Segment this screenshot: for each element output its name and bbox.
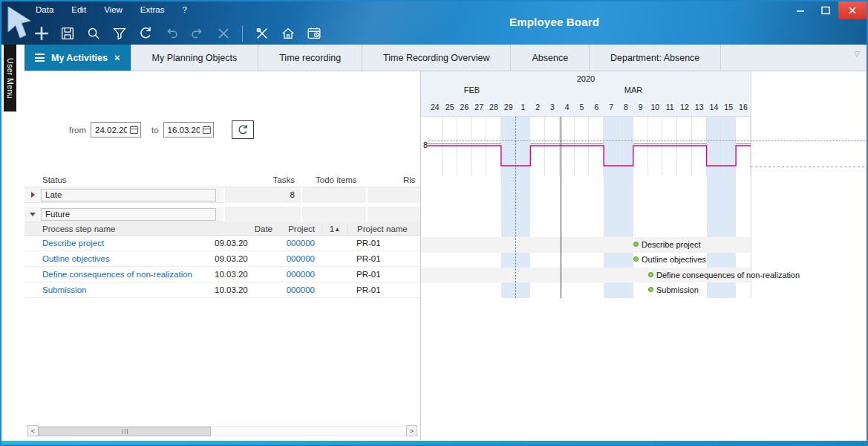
user-menu-tab[interactable]: User Menu	[4, 45, 16, 112]
refresh-icon[interactable]	[135, 23, 155, 43]
table-row[interactable]: Define consequences of non-realization 1…	[25, 267, 420, 282]
tab-my-activities[interactable]: My Activities ×	[25, 45, 131, 71]
close-button[interactable]	[838, 1, 867, 19]
col-date[interactable]: Date	[212, 224, 277, 233]
tab-close-icon[interactable]: ×	[114, 53, 120, 62]
gantt-timeline-header: 2020 FEB MAR 24 25 26 27 28 29 1	[421, 71, 751, 117]
col-risks[interactable]: Ris	[366, 175, 420, 184]
scrollbar-grip-icon	[123, 429, 128, 434]
col-todo-items[interactable]: Todo items	[301, 175, 366, 184]
window-title: Employee Board	[509, 16, 599, 28]
horizontal-scrollbar[interactable]: < >	[27, 425, 417, 436]
tab-label: Time Recording Overview	[383, 53, 489, 63]
tab-label: Time recording	[279, 53, 341, 63]
col-status[interactable]: Status	[41, 175, 219, 184]
search-icon[interactable]	[83, 23, 103, 43]
day-label: 4	[560, 100, 575, 114]
filter-icon[interactable]	[109, 23, 129, 43]
group-todo-count	[301, 207, 366, 222]
process-step-link[interactable]: Outline objectives	[25, 254, 212, 263]
group-risks-count	[366, 207, 420, 222]
project-link[interactable]: 000000	[277, 285, 322, 294]
day-label: 25	[443, 100, 457, 114]
redo-icon[interactable]	[187, 23, 207, 43]
maximize-button[interactable]	[813, 1, 838, 19]
add-icon[interactable]	[31, 23, 51, 43]
calendar-icon[interactable]	[202, 125, 212, 135]
planning-board-icon[interactable]	[304, 23, 324, 43]
delete-icon[interactable]	[213, 23, 233, 43]
row-date: 09.03.20	[212, 239, 277, 248]
tab-absence[interactable]: Absence	[511, 45, 590, 71]
day-label: 16	[736, 100, 751, 114]
col-project[interactable]: Project	[277, 224, 322, 233]
home-icon[interactable]	[278, 23, 298, 43]
day-label: 9	[633, 100, 648, 114]
milestone-icon[interactable]	[648, 272, 653, 277]
project-link[interactable]: 000000	[277, 239, 322, 248]
day-label: 14	[707, 100, 722, 114]
tab-department-absence[interactable]: Department: Absence	[590, 45, 721, 71]
tab-label: Department: Absence	[610, 53, 699, 63]
chevron-down-icon[interactable]	[30, 213, 36, 216]
day-label: 10	[647, 100, 662, 114]
calendar-icon[interactable]	[129, 125, 139, 135]
milestone-icon[interactable]	[633, 256, 639, 262]
process-step-link[interactable]: Submission	[25, 285, 212, 294]
menu-extras[interactable]: Extras	[140, 5, 165, 14]
group-row-late[interactable]: Late 8	[25, 187, 420, 203]
scroll-right-button[interactable]: >	[406, 425, 417, 436]
milestone-icon[interactable]	[648, 287, 653, 292]
tab-label: My Planning Objects	[152, 53, 238, 63]
save-icon[interactable]	[57, 23, 77, 43]
day-label: 27	[471, 100, 486, 114]
to-label: to	[151, 126, 159, 135]
minimize-button[interactable]	[788, 1, 813, 19]
menu-help[interactable]: ?	[182, 5, 186, 14]
table-row[interactable]: Outline objectives 09.03.20 000000 PR-01	[25, 251, 420, 267]
project-link[interactable]: 000000	[277, 254, 322, 263]
month-feb: FEB	[428, 85, 516, 94]
process-step-link[interactable]: Define consequences of non-realization	[25, 270, 212, 279]
apply-refresh-button[interactable]	[232, 120, 254, 139]
gantt-task-label: Submission	[656, 285, 699, 294]
group-risks-count	[366, 187, 420, 203]
col-process-step-name[interactable]: Process step name	[25, 224, 212, 233]
menu-edit[interactable]: Edit	[71, 5, 86, 14]
day-label: 6	[589, 100, 604, 114]
scrollbar-track[interactable]	[39, 426, 406, 436]
content-area: from to	[25, 71, 867, 441]
window-bottom-edge	[1, 441, 867, 445]
menu-view[interactable]: View	[104, 5, 123, 14]
group-row-future[interactable]: Future	[25, 207, 420, 222]
process-step-link[interactable]: Describe project	[25, 239, 212, 248]
gantt-pane: 2020 FEB MAR 24 25 26 27 28 29 1	[421, 71, 867, 441]
milestone-icon[interactable]	[633, 242, 639, 247]
table-row[interactable]: Submission 10.03.20 000000 PR-01	[25, 282, 420, 298]
activities-pane: from to	[25, 71, 421, 441]
to-date-field	[163, 122, 214, 138]
tab-time-recording-overview[interactable]: Time Recording Overview	[362, 45, 511, 71]
tab-time-recording[interactable]: Time recording	[258, 45, 362, 71]
menu-data[interactable]: Data	[36, 5, 53, 14]
chevron-right-icon[interactable]	[31, 192, 35, 198]
user-menu-strip: User Menu	[1, 45, 25, 441]
col-tasks[interactable]: Tasks	[223, 175, 301, 184]
from-label: from	[69, 126, 86, 135]
group-todo-count	[301, 187, 366, 203]
hamburger-icon[interactable]	[35, 54, 45, 62]
menu-bar: Data Edit View Extras ?	[36, 5, 187, 14]
tools-icon[interactable]	[252, 23, 272, 43]
sort-indicator[interactable]: 1▲	[322, 224, 347, 233]
project-link[interactable]: 000000	[277, 270, 322, 279]
tab-my-planning-objects[interactable]: My Planning Objects	[131, 45, 259, 71]
table-row[interactable]: Describe project 09.03.20 000000 PR-01	[25, 236, 420, 251]
day-label: 3	[545, 100, 560, 114]
undo-icon[interactable]	[161, 23, 181, 43]
scrollbar-thumb[interactable]	[39, 427, 211, 436]
from-date-field	[91, 122, 141, 138]
scroll-left-button[interactable]: <	[27, 425, 39, 436]
col-project-name[interactable]: Project name	[347, 224, 420, 233]
tab-overflow-dropdown-icon[interactable]: ▽	[854, 50, 860, 58]
grid-header-row: Status Tasks Todo items Ris	[25, 172, 420, 187]
